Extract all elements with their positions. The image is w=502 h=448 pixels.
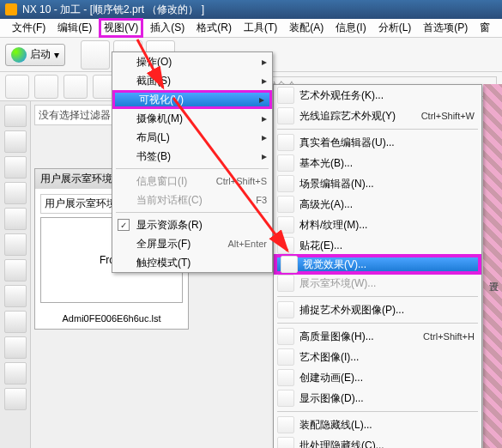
menu-separator xyxy=(277,129,478,130)
menu-item-icon xyxy=(277,301,294,318)
ts-icon-2[interactable] xyxy=(34,75,58,99)
menu-item-icon xyxy=(116,192,131,208)
menu-prefs[interactable]: 首选项(P) xyxy=(418,19,473,37)
menu-item-label: 高质量图像(H)... xyxy=(299,330,423,344)
start-button[interactable]: 启动 ▾ xyxy=(5,44,65,66)
vis-menu-item[interactable]: 高质量图像(H)...Ctrl+Shift+H xyxy=(274,326,481,347)
filter-text: 没有选择过滤器 xyxy=(39,108,111,123)
menu-shortcut: F3 xyxy=(256,195,267,205)
menu-item-icon xyxy=(277,87,294,104)
left-icon-8[interactable] xyxy=(4,285,27,307)
menu-item-icon xyxy=(277,348,294,366)
menu-item-label: 全屏显示(F) xyxy=(136,237,227,251)
check-icon: ✓ xyxy=(118,219,130,231)
vis-menu-item[interactable]: 捕捉艺术外观图像(P)... xyxy=(274,300,481,320)
vis-menu-item[interactable]: 创建动画(E)... xyxy=(274,367,481,388)
left-icon-3[interactable] xyxy=(4,156,27,179)
menu-shortcut: Alt+Enter xyxy=(227,239,267,249)
menu-item-icon xyxy=(277,437,294,448)
vis-menu-item[interactable]: 装配隐藏线(L)... xyxy=(274,415,481,435)
left-icon-10[interactable] xyxy=(4,336,27,359)
left-icon-7[interactable] xyxy=(4,259,27,282)
menu-item-icon xyxy=(116,73,131,88)
vis-menu-item[interactable]: 场景编辑器(N)... xyxy=(274,173,481,194)
view-menu-item[interactable]: 截面(S)▸ xyxy=(112,71,272,90)
menu-separator xyxy=(277,323,478,324)
menu-item-icon xyxy=(116,255,131,270)
menu-item-icon xyxy=(277,134,294,151)
menu-window[interactable]: 窗 xyxy=(475,19,495,37)
left-toolbar xyxy=(0,101,31,448)
vis-menu-item[interactable]: 艺术图像(I)... xyxy=(274,347,481,367)
view-menu-item: 信息窗口(I)Ctrl+Shift+S xyxy=(112,172,272,191)
menu-insert[interactable]: 插入(S) xyxy=(145,19,190,37)
menu-assembly[interactable]: 装配(A) xyxy=(284,19,329,37)
menu-format[interactable]: 格式(R) xyxy=(191,19,237,37)
menu-separator xyxy=(116,212,269,213)
app-icon xyxy=(5,3,17,15)
menu-item-label: 材料/纹理(M)... xyxy=(299,218,475,233)
menu-item-label: 贴花(E)... xyxy=(299,239,475,253)
globe-icon xyxy=(11,47,27,63)
vis-menu-item[interactable]: 视觉效果(V)... xyxy=(274,254,481,275)
view-menu-item[interactable]: 书签(B)▸ xyxy=(112,147,272,166)
left-icon-12[interactable] xyxy=(4,388,27,410)
menu-item-label: 捕捉艺术外观图像(P)... xyxy=(299,303,475,318)
view-menu-item[interactable]: 可视化(V)▸ xyxy=(112,90,272,109)
menu-separator xyxy=(277,296,478,297)
vis-menu-item[interactable]: 高级光(A)... xyxy=(274,194,481,215)
menu-file[interactable]: 文件(F) xyxy=(7,19,51,37)
menu-info[interactable]: 信息(I) xyxy=(330,19,371,37)
ts-icon-1[interactable] xyxy=(5,75,29,99)
vis-menu-item[interactable]: 批处理隐藏线(C)... xyxy=(274,435,481,448)
menu-item-label: 展示室环境(W)... xyxy=(299,276,475,291)
left-icon-6[interactable] xyxy=(4,233,27,256)
menu-item-label: 艺术外观任务(K)... xyxy=(299,88,475,103)
menu-analysis[interactable]: 分析(L) xyxy=(373,19,417,37)
menu-item-icon xyxy=(116,148,131,164)
menu-item-label: 高级光(A)... xyxy=(299,197,475,212)
menu-edit[interactable]: 编辑(E) xyxy=(52,19,97,37)
vis-menu-item[interactable]: 基本光(B)... xyxy=(274,153,481,173)
menu-item-icon xyxy=(277,107,294,124)
view-menu-item[interactable]: 操作(O)▸ xyxy=(112,52,272,71)
menu-item-icon xyxy=(277,154,294,172)
left-icon-11[interactable] xyxy=(4,362,27,384)
left-icon-9[interactable] xyxy=(4,311,27,333)
menu-item-label: 装配隐藏线(L)... xyxy=(299,418,475,433)
menu-item-label: 创建动画(E)... xyxy=(299,371,475,385)
view-menu-item[interactable]: 全屏显示(F)Alt+Enter xyxy=(112,234,272,253)
ts-icon-3[interactable] xyxy=(64,75,88,99)
menu-item-icon xyxy=(277,369,294,386)
menu-item-label: 显示资源条(R) xyxy=(136,218,267,233)
chevron-right-icon: ▸ xyxy=(262,150,267,162)
menu-item-icon xyxy=(116,236,131,251)
menu-item-label: 场景编辑器(N)... xyxy=(299,177,475,191)
vis-menu-item[interactable]: 显示图像(D)... xyxy=(274,388,481,409)
vis-menu-item[interactable]: 艺术外观任务(K)... xyxy=(274,85,481,106)
menu-item-icon xyxy=(277,175,294,192)
menu-item-label: 操作(O) xyxy=(136,55,258,70)
left-icon-4[interactable] xyxy=(4,182,27,204)
view-menu-item[interactable]: 摄像机(M)▸ xyxy=(112,109,272,128)
view-menu-item[interactable]: ✓显示资源条(R) xyxy=(112,215,272,234)
tool-icon-1[interactable] xyxy=(81,40,110,70)
left-icon-2[interactable] xyxy=(4,130,27,153)
menu-item-icon xyxy=(277,216,294,233)
vis-menu-item[interactable]: 光线追踪艺术外观(Y)Ctrl+Shift+W xyxy=(274,106,481,126)
left-icon-1[interactable] xyxy=(4,105,27,127)
view-menu-item[interactable]: 布局(L)▸ xyxy=(112,128,272,147)
vis-menu-item[interactable]: 贴花(E)... xyxy=(274,235,481,256)
menu-tools[interactable]: 工具(T) xyxy=(239,19,282,37)
vis-menu-item[interactable]: 真实着色编辑器(U)... xyxy=(274,132,481,153)
menu-item-label: 批处理隐藏线(C)... xyxy=(299,439,475,449)
vis-menu-item[interactable]: 材料/纹理(M)... xyxy=(274,215,481,235)
title-bar: NX 10 - 加工 - [顺序铣2.prt （修改的） ] xyxy=(0,0,502,19)
view-menu-item[interactable]: 触控模式(T) xyxy=(112,253,272,272)
menu-view[interactable]: 视图(V) xyxy=(99,18,143,38)
left-icon-5[interactable] xyxy=(4,208,27,230)
menu-shortcut: Ctrl+Shift+H xyxy=(423,331,475,342)
menu-item-label: 触控模式(T) xyxy=(136,256,267,270)
menu-bar: 文件(F) 编辑(E) 视图(V) 插入(S) 格式(R) 工具(T) 装配(A… xyxy=(0,19,502,38)
view-menu-item: 当前对话框(C)F3 xyxy=(112,191,272,209)
